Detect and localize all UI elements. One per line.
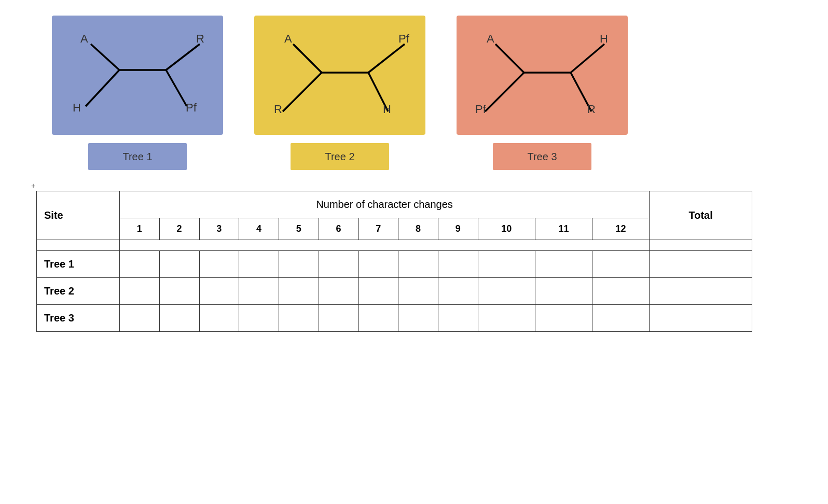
row2-col6[interactable]: [319, 278, 358, 305]
row2-col7[interactable]: [358, 278, 398, 305]
svg-line-3: [166, 70, 187, 106]
site-header: Site: [37, 191, 120, 240]
row-label-tree2: Tree 2: [37, 278, 120, 305]
row1-col1[interactable]: [120, 251, 160, 278]
row-label-tree1: Tree 1: [37, 251, 120, 278]
tree-label-2: Tree 2: [291, 143, 389, 170]
svg-line-20: [485, 73, 524, 111]
svg-text:Pf: Pf: [475, 103, 487, 116]
row2-col10[interactable]: [478, 278, 535, 305]
row2-col4[interactable]: [239, 278, 279, 305]
row2-col2[interactable]: [159, 278, 199, 305]
character-changes-header: Number of character changes: [120, 191, 650, 218]
row2-col8[interactable]: [398, 278, 438, 305]
svg-line-2: [86, 70, 119, 106]
row3-total[interactable]: [650, 305, 752, 332]
tree-diagram-3: A H Pf R: [457, 16, 628, 135]
total-header: Total: [650, 191, 752, 240]
row1-col5[interactable]: [279, 251, 319, 278]
svg-text:R: R: [196, 32, 204, 45]
row2-col12[interactable]: [592, 278, 650, 305]
col-5: 5: [279, 218, 319, 240]
col-6: 6: [319, 218, 358, 240]
col-1: 1: [120, 218, 160, 240]
svg-text:H: H: [383, 103, 391, 116]
spacer-row: [37, 240, 752, 251]
table-row-tree1: Tree 1: [37, 251, 752, 278]
row2-col3[interactable]: [199, 278, 239, 305]
table-plus-icon: +: [31, 181, 35, 190]
row3-col9[interactable]: [438, 305, 478, 332]
svg-line-10: [368, 44, 405, 73]
row3-col12[interactable]: [592, 305, 650, 332]
row1-col7[interactable]: [358, 251, 398, 278]
tree-label-3: Tree 3: [493, 143, 591, 170]
row3-col10[interactable]: [478, 305, 535, 332]
svg-text:R: R: [274, 103, 282, 116]
row1-col9[interactable]: [438, 251, 478, 278]
row2-col11[interactable]: [535, 278, 592, 305]
row2-col5[interactable]: [279, 278, 319, 305]
table-row-tree3: Tree 3: [37, 305, 752, 332]
tree-1-label: Tree 1: [122, 151, 152, 163]
svg-text:A: A: [284, 32, 292, 45]
row3-col2[interactable]: [159, 305, 199, 332]
row-label-tree3: Tree 3: [37, 305, 120, 332]
svg-text:A: A: [80, 32, 88, 45]
row1-col10[interactable]: [478, 251, 535, 278]
col-2: 2: [159, 218, 199, 240]
tree-item-3: A H Pf R Tree 3: [457, 16, 628, 170]
tree-item-1: A R H Pf Tree 1: [52, 16, 223, 170]
row1-col4[interactable]: [239, 251, 279, 278]
row1-col8[interactable]: [398, 251, 438, 278]
row3-col3[interactable]: [199, 305, 239, 332]
trees-section: A R H Pf Tree 1 A Pf R H T: [52, 16, 797, 170]
row3-col4[interactable]: [239, 305, 279, 332]
table-section: + Site Number of character changes Total…: [31, 191, 797, 332]
tree-label-1: Tree 1: [88, 143, 187, 170]
svg-line-9: [293, 44, 322, 73]
row1-col11[interactable]: [535, 251, 592, 278]
row1-col6[interactable]: [319, 251, 358, 278]
row2-col1[interactable]: [120, 278, 160, 305]
tree-diagram-1: A R H Pf: [52, 16, 223, 135]
row3-col11[interactable]: [535, 305, 592, 332]
svg-line-11: [283, 73, 322, 111]
tree-diagram-2: A Pf R H: [254, 16, 425, 135]
tree-item-2: A Pf R H Tree 2: [254, 16, 425, 170]
svg-text:Pf: Pf: [398, 32, 410, 45]
svg-text:A: A: [487, 32, 494, 45]
svg-line-1: [166, 44, 200, 70]
col-4: 4: [239, 218, 279, 240]
svg-text:R: R: [587, 103, 596, 116]
data-table: Site Number of character changes Total 1…: [36, 191, 752, 332]
col-12: 12: [592, 218, 650, 240]
svg-line-18: [495, 44, 524, 73]
row3-col7[interactable]: [358, 305, 398, 332]
row3-col1[interactable]: [120, 305, 160, 332]
tree-2-label: Tree 2: [325, 151, 354, 163]
row3-col5[interactable]: [279, 305, 319, 332]
row3-col6[interactable]: [319, 305, 358, 332]
row1-col12[interactable]: [592, 251, 650, 278]
row2-total[interactable]: [650, 278, 752, 305]
svg-line-19: [571, 44, 604, 73]
tree-3-label: Tree 3: [527, 151, 557, 163]
table-row-tree2: Tree 2: [37, 278, 752, 305]
col-8: 8: [398, 218, 438, 240]
svg-text:H: H: [600, 32, 608, 45]
row2-col9[interactable]: [438, 278, 478, 305]
row1-col3[interactable]: [199, 251, 239, 278]
svg-text:Pf: Pf: [186, 101, 197, 114]
row1-total[interactable]: [650, 251, 752, 278]
col-3: 3: [199, 218, 239, 240]
svg-line-0: [91, 44, 119, 70]
row1-col2[interactable]: [159, 251, 199, 278]
row3-col8[interactable]: [398, 305, 438, 332]
col-7: 7: [358, 218, 398, 240]
col-10: 10: [478, 218, 535, 240]
col-9: 9: [438, 218, 478, 240]
svg-text:H: H: [73, 101, 81, 114]
col-11: 11: [535, 218, 592, 240]
column-numbers-row: 1 2 3 4 5 6 7 8 9 10 11 12: [37, 218, 752, 240]
